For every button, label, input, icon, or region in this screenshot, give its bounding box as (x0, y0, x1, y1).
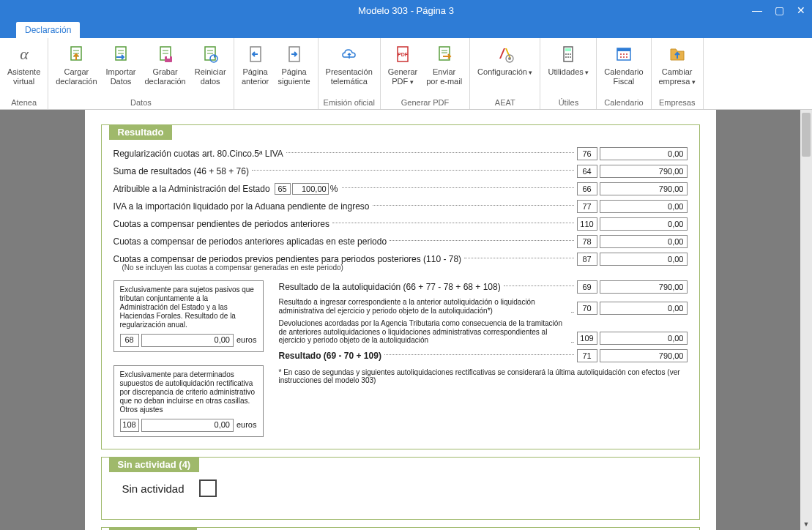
box-109-value[interactable]: 0,00 (600, 332, 688, 345)
row-66-label: Atribuible a la Administración del Estad… (113, 184, 270, 194)
page: Resultado Regularización cuotas art. 80.… (85, 110, 716, 530)
row-71-label: Resultado (69 - 70 + 109) (279, 351, 381, 361)
enviar-email-button[interactable]: Enviar por e-mail (422, 40, 466, 97)
box-76-value[interactable]: 0,00 (600, 147, 688, 160)
email-send-icon (433, 42, 456, 66)
svg-text:α: α (20, 45, 29, 63)
tab-declaracion[interactable]: Declaración (16, 22, 80, 38)
box-109-num: 109 (577, 332, 597, 345)
page-next-icon (283, 42, 306, 66)
minimize-button[interactable]: — (746, 0, 768, 20)
section-sin-actividad-title: Sin actividad (4) (109, 457, 200, 472)
document-import-icon (109, 42, 133, 66)
box-77-value[interactable]: 0,00 (600, 200, 688, 213)
box-64-num: 64 (577, 165, 597, 178)
grabar-declaracion-button[interactable]: Grabar declaración (140, 40, 190, 97)
box-71-num: 71 (577, 349, 597, 362)
calendario-fiscal-button[interactable]: Calendario Fiscal (600, 40, 647, 97)
svg-point-17 (565, 53, 567, 55)
page-prev-icon (244, 42, 267, 66)
scroll-down-icon[interactable]: ▼ (800, 518, 812, 530)
configuracion-button[interactable]: Configuración (473, 40, 537, 97)
svg-point-20 (565, 56, 567, 58)
presentacion-telematica-button[interactable]: Presentación telemática (321, 40, 377, 97)
row-69-label: Resultado de la autoliquidación (66 + 77… (279, 282, 501, 292)
scrollbar-thumb[interactable] (802, 113, 811, 157)
group-aeat-label: AEAT (473, 97, 537, 108)
row-109-label: Devoluciones acordadas por la Agencia Tr… (279, 319, 568, 345)
cambiar-empresa-button[interactable]: Cambiar empresa (655, 40, 700, 97)
box-71-value[interactable]: 790,00 (600, 349, 688, 362)
utilidades-button[interactable]: Utilidades (543, 40, 593, 97)
row-78-label: Cuotas a compensar de periodos anteriore… (113, 236, 387, 247)
vertical-scrollbar[interactable]: ▲ ▼ (800, 110, 812, 530)
pagina-anterior-button[interactable]: Página anterior (237, 40, 274, 105)
aeat-gear-icon (493, 42, 517, 66)
side-box-108: Exclusivamente para determinados supuest… (113, 365, 264, 437)
svg-point-19 (570, 53, 571, 55)
box-68-value[interactable]: 0,00 (141, 334, 234, 347)
generar-pdf-button[interactable]: PDF Generar PDF (384, 40, 422, 97)
group-calendario-label: Calendario (600, 97, 647, 108)
box-78-value[interactable]: 0,00 (600, 235, 688, 248)
box-65-num: 65 (275, 183, 291, 195)
box-70-value[interactable]: 0,00 (600, 302, 688, 315)
box-69-value[interactable]: 790,00 (600, 280, 688, 294)
pdf-icon: PDF (391, 42, 414, 66)
row-87-label: Cuotas a compensar de periodos previos p… (113, 254, 462, 264)
box-108-num: 108 (120, 419, 139, 432)
side-box-68: Exclusivamente para sujetos pasivos que … (113, 280, 264, 352)
box-76-num: 76 (577, 147, 597, 160)
row-64-label: Suma de resultados (46 + 58 + 76) (113, 166, 249, 176)
svg-point-18 (567, 53, 569, 55)
pagina-siguiente-button[interactable]: Página siguiente (274, 40, 315, 105)
box-108-value[interactable]: 0,00 (141, 419, 234, 432)
group-empresas-label: Empresas (655, 97, 700, 108)
box-66-value[interactable]: 790,00 (600, 182, 688, 195)
sin-actividad-label: Sin actividad (122, 482, 185, 495)
calculator-icon (556, 42, 580, 66)
box-87-num: 87 (577, 253, 597, 266)
svg-rect-24 (617, 48, 630, 51)
box-65-value[interactable]: 100,00 (292, 183, 329, 195)
sin-actividad-checkbox[interactable] (199, 479, 217, 497)
svg-point-21 (567, 56, 569, 58)
cloud-upload-icon (338, 42, 361, 66)
row-70-label: Resultado a ingresar correspondiente a l… (279, 298, 568, 315)
document-viewport[interactable]: Resultado Regularización cuotas art. 80.… (0, 110, 800, 530)
section-resultado-title: Resultado (109, 124, 173, 140)
window-title: Modelo 303 - Página 3 (66, 5, 746, 16)
importar-datos-button[interactable]: Importar Datos (102, 40, 141, 97)
section-sin-actividad: Sin actividad (4) Sin actividad (101, 457, 700, 520)
box-68-unit: euros (236, 335, 257, 345)
reiniciar-datos-button[interactable]: Reiniciar datos (190, 40, 231, 97)
side-box-108-text: Exclusivamente para determinados supuest… (120, 370, 257, 414)
box-110-num: 110 (577, 217, 597, 231)
footnote-star: * En caso de segundas y siguientes autol… (279, 368, 688, 384)
section-rectificativa: Rectificativa (5) Si esta autoliquidació… (101, 527, 700, 530)
box-87-value[interactable]: 0,00 (600, 253, 688, 266)
document-upload-icon (64, 42, 88, 66)
asistente-virtual-button[interactable]: α Asistente virtual (3, 40, 45, 97)
row-77-label: IVA a la importación liquidado por la Ad… (113, 201, 370, 212)
box-69-num: 69 (577, 280, 597, 294)
maximize-button[interactable]: ▢ (768, 0, 790, 20)
folder-up-icon (666, 42, 689, 66)
box-64-value[interactable]: 790,00 (600, 165, 688, 178)
document-save-icon (154, 42, 177, 66)
box-68-num: 68 (120, 334, 139, 347)
section-rectificativa-title: Rectificativa (5) (109, 527, 197, 530)
group-atenea-label: Atenea (3, 97, 45, 108)
calendar-icon (612, 42, 636, 66)
box-77-num: 77 (577, 200, 597, 213)
svg-point-14 (508, 57, 511, 60)
row-76-label: Regularización cuotas art. 80.Cinco.5ª L… (113, 149, 283, 159)
cargar-declaracion-button[interactable]: Cargar declaración (51, 40, 101, 97)
close-button[interactable]: ✕ (790, 0, 812, 20)
box-108-unit: euros (236, 420, 257, 430)
side-box-68-text: Exclusivamente para sujetos pasivos que … (120, 285, 257, 329)
box-78-num: 78 (577, 235, 597, 248)
box-110-value[interactable]: 0,00 (600, 217, 688, 231)
box-70-num: 70 (577, 302, 597, 315)
document-reset-icon (198, 42, 222, 66)
